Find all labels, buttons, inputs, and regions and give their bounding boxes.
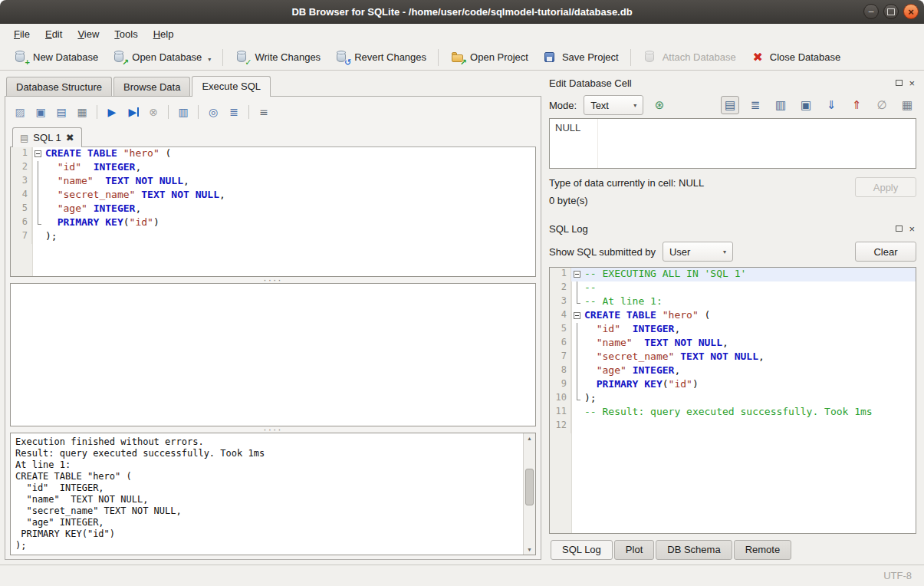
code-line[interactable]: 7 "secret_name" TEXT NOT NULL, xyxy=(550,351,916,364)
code-line[interactable]: 6 PRIMARY KEY("id") xyxy=(11,216,535,230)
close-database-button[interactable]: ✖Close Database xyxy=(743,48,848,67)
mode-select[interactable]: Text xyxy=(584,95,643,115)
code-line[interactable]: 5 "age" INTEGER, xyxy=(11,202,535,216)
log-output-line: "age" INTEGER, xyxy=(15,517,520,528)
revert-changes-button[interactable]: ↺Revert Changes xyxy=(327,48,433,67)
menubar: FileEditViewToolsHelp xyxy=(0,24,924,44)
open-project-button[interactable]: ↗Open Project xyxy=(443,48,535,67)
save-sql-as-icon[interactable]: ▤ xyxy=(53,104,70,120)
code-line[interactable]: 3 "name" TEXT NOT NULL, xyxy=(11,175,535,189)
menu-help[interactable]: Help xyxy=(146,25,182,43)
code-text: "id" INTEGER, xyxy=(583,323,916,337)
scroll-up-icon[interactable]: ▲ xyxy=(524,436,535,441)
close-panel-icon[interactable] xyxy=(909,78,915,88)
tab-sql-1[interactable]: ▤ SQL 1 ✖ xyxy=(12,127,82,147)
code-line[interactable]: 8 "age" INTEGER, xyxy=(550,364,916,378)
execution-log-pane[interactable]: Execution finished without errors.Result… xyxy=(10,433,536,555)
stop-icon[interactable]: ⊗ xyxy=(145,104,162,120)
scrollbar[interactable]: ▲ ▼ xyxy=(523,433,535,555)
dock-tab-plot[interactable]: Plot xyxy=(614,540,654,560)
execute-all-icon[interactable]: ▶ xyxy=(104,104,120,120)
export-results-icon[interactable]: ▥ xyxy=(175,104,192,120)
tab-database-structure[interactable]: Database Structure xyxy=(6,77,112,96)
code-line[interactable]: 3-- At line 1: xyxy=(550,295,916,309)
dropdown-arrow-icon[interactable]: ▾ xyxy=(208,56,211,64)
fold-guide xyxy=(571,364,583,378)
dock-tab-sql-log[interactable]: SQL Log xyxy=(551,540,613,560)
print-icon[interactable]: ▦ xyxy=(74,104,90,120)
dock-tab-remote[interactable]: Remote xyxy=(734,540,792,560)
set-null-icon[interactable]: ∅ xyxy=(873,96,891,114)
clear-log-button[interactable]: Clear xyxy=(855,242,916,262)
splitter-handle[interactable] xyxy=(10,426,536,433)
float-panel-icon[interactable] xyxy=(896,226,903,232)
revert-changes-icon: ↺ xyxy=(334,50,349,64)
execute-current-line-icon[interactable]: ▶ xyxy=(124,104,141,120)
menu-file[interactable]: File xyxy=(6,25,38,43)
fold-collapse-icon[interactable] xyxy=(571,309,583,323)
toolbar-button-label: Write Changes xyxy=(255,51,321,63)
paste-icon[interactable]: ▣ xyxy=(797,96,815,114)
indent-icon[interactable]: ≣ xyxy=(746,96,765,114)
save-project-button[interactable]: Save Project xyxy=(535,48,626,67)
auto-switch-mode-icon[interactable]: ⊛ xyxy=(650,96,669,114)
scrollbar-thumb[interactable] xyxy=(525,469,534,505)
find-replace-icon[interactable]: ◎ xyxy=(205,104,222,120)
code-line[interactable]: 2-- xyxy=(550,281,916,295)
import-from-file-icon[interactable]: ⇓ xyxy=(822,96,840,114)
sql-editor[interactable]: 1CREATE TABLE "hero" (2 "id" INTEGER,3 "… xyxy=(10,147,536,277)
fold-guide xyxy=(571,420,583,433)
fold-collapse-icon[interactable] xyxy=(32,147,44,161)
auto-complete-icon[interactable]: ≣ xyxy=(225,104,242,120)
menu-view[interactable]: View xyxy=(70,25,107,43)
cell-editor[interactable]: NULL xyxy=(549,118,916,169)
code-line[interactable]: 11-- Result: query executed successfully… xyxy=(550,406,916,420)
code-line[interactable]: 5 "id" INTEGER, xyxy=(550,323,916,337)
code-line[interactable]: 4 "secret_name" TEXT NOT NULL, xyxy=(11,189,535,202)
code-line[interactable]: 10); xyxy=(550,392,916,406)
code-line[interactable]: 6 "name" TEXT NOT NULL, xyxy=(550,337,916,351)
line-number: 7 xyxy=(11,230,32,244)
menu-edit[interactable]: Edit xyxy=(38,25,70,43)
print-icon[interactable]: ▦ xyxy=(898,96,916,114)
open-sql-file-icon[interactable]: ▨ xyxy=(12,104,28,120)
scroll-down-icon[interactable]: ▼ xyxy=(524,547,535,552)
toolbar-button-label: Revert Changes xyxy=(354,51,426,63)
apply-button[interactable]: Apply xyxy=(855,177,916,197)
dock-tab-db-schema[interactable]: DB Schema xyxy=(656,540,732,560)
code-line[interactable]: 1CREATE TABLE "hero" ( xyxy=(11,147,535,161)
tab-execute-sql[interactable]: Execute SQL xyxy=(192,76,271,97)
open-database-button[interactable]: ↗Open Database▾ xyxy=(105,48,218,67)
copy-icon[interactable]: ▥ xyxy=(771,96,790,114)
fold-collapse-icon[interactable] xyxy=(571,268,583,281)
minimize-button[interactable]: – xyxy=(863,4,879,19)
maximize-button[interactable] xyxy=(883,4,899,19)
new-database-button[interactable]: +New Database xyxy=(6,48,105,67)
titlebar[interactable]: DB Browser for SQLite - /home/user/code/… xyxy=(0,0,924,24)
text-view-icon[interactable]: ▤ xyxy=(721,96,739,114)
write-changes-button[interactable]: ✓Write Changes xyxy=(228,48,327,67)
code-line[interactable]: 12 xyxy=(550,420,916,433)
close-panel-icon[interactable] xyxy=(909,224,915,234)
code-line[interactable]: 1-- EXECUTING ALL IN 'SQL 1' xyxy=(550,268,916,281)
word-wrap-icon[interactable]: ≡ xyxy=(255,104,272,120)
menu-tools[interactable]: Tools xyxy=(107,25,145,43)
export-to-file-icon[interactable]: ⇑ xyxy=(847,96,866,114)
code-line[interactable]: 4CREATE TABLE "hero" ( xyxy=(550,309,916,323)
log-filter-select[interactable]: User xyxy=(663,242,733,262)
results-pane[interactable] xyxy=(10,283,536,426)
save-sql-file-icon[interactable]: ▣ xyxy=(32,104,49,120)
close-window-button[interactable]: × xyxy=(903,4,919,19)
float-panel-icon[interactable] xyxy=(896,80,903,86)
sql-log-view[interactable]: 1-- EXECUTING ALL IN 'SQL 1'2--3-- At li… xyxy=(549,267,916,534)
window-title: DB Browser for SQLite - /home/user/code/… xyxy=(0,6,924,18)
code-line[interactable]: 7); xyxy=(11,230,535,244)
toolbar-button-label: New Database xyxy=(33,51,98,63)
splitter-handle[interactable] xyxy=(10,277,536,283)
code-line[interactable]: 2 "id" INTEGER, xyxy=(11,161,535,175)
cell-type-text: Type of data currently in cell: NULL xyxy=(549,177,704,189)
code-line[interactable]: 9 PRIMARY KEY("id") xyxy=(550,378,916,392)
close-tab-icon[interactable]: ✖ xyxy=(66,132,74,143)
attach-database-button[interactable]: Attach Database xyxy=(636,48,743,67)
tab-browse-data[interactable]: Browse Data xyxy=(113,77,190,96)
